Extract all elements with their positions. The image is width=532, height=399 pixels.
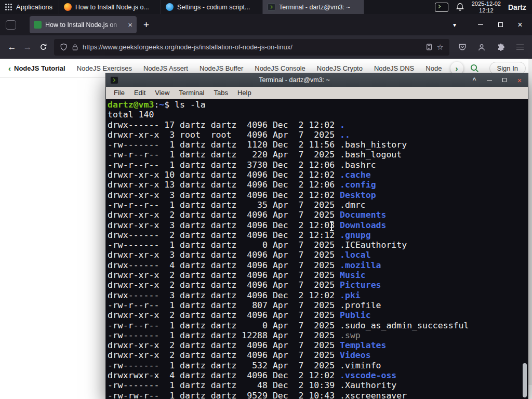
terminal-line: -rw-r--r-- 1 dartz dartz 3730 Dec 2 12:0… <box>108 160 528 170</box>
tab-bar: How to Install Node.js on × + ▾ × <box>0 14 532 35</box>
terminal-line: drwxr-xr-x 2 dartz dartz 4096 Apr 7 2025… <box>108 280 528 290</box>
site-nav-link[interactable]: NodeJS DNS <box>374 64 414 72</box>
applications-label: Applications <box>16 3 52 11</box>
url-text[interactable]: https://www.geeksforgeeks.org/node-js/in… <box>83 43 421 51</box>
maximize-button[interactable] <box>494 19 507 31</box>
terminal-window-controls: ^ × <box>470 75 524 85</box>
site-nav-link[interactable]: NodeJS Exercises <box>77 64 132 72</box>
taskbar-button[interactable]: Settings - codium script... <box>161 0 262 14</box>
codium-icon <box>166 3 174 11</box>
terminal-menubar: FileEditViewTerminalTabsHelp <box>106 87 528 99</box>
taskbar-button[interactable]: Terminal - dartz@vm3: ~ <box>262 0 364 14</box>
menu-file[interactable]: File <box>109 87 129 98</box>
terminal-line: drwxr-xr-x 2 dartz dartz 4096 Apr 7 2025… <box>108 270 528 280</box>
terminal-line: total 140 <box>108 110 528 119</box>
terminal-scrollbar-thumb[interactable] <box>523 363 527 397</box>
pocket-icon[interactable] <box>455 39 470 55</box>
new-tab-button[interactable]: + <box>143 19 149 31</box>
terminal-minimize-button[interactable] <box>485 75 494 85</box>
terminal-close-button[interactable]: × <box>515 75 524 85</box>
menu-icon[interactable] <box>512 39 528 55</box>
reader-mode-icon[interactable] <box>425 43 433 51</box>
notification-bell-icon[interactable] <box>456 3 464 11</box>
terminal-line: drwx------ 4 dartz dartz 4096 Apr 7 2025… <box>108 260 528 270</box>
terminal-line: drwxrwxr-x 4 dartz dartz 4096 Dec 2 12:0… <box>108 370 528 380</box>
browser-scrollbar[interactable] <box>528 59 532 385</box>
menu-edit[interactable]: Edit <box>129 87 150 98</box>
site-nav-link[interactable]: NodeJS Assert <box>143 64 188 72</box>
panel-clock[interactable]: 2025-12-02 12:12 <box>472 1 501 14</box>
system-tray: 2025-12-02 12:12 Dartz <box>435 0 532 14</box>
terminal-line: drwxr-xr-x 2 dartz dartz 4096 Apr 7 2025… <box>108 310 528 320</box>
back-button[interactable]: ← <box>4 39 20 55</box>
site-nav-link[interactable]: ‹NodeJS Tutorial <box>8 64 65 73</box>
browser-tab[interactable]: How to Install Node.js on × <box>30 16 137 33</box>
terminal-line: -rw-r--r-- 1 dartz dartz 0 Apr 7 2025 .s… <box>108 321 528 330</box>
reload-button[interactable] <box>35 39 51 55</box>
reload-icon <box>39 43 47 51</box>
shade-button[interactable]: ^ <box>470 75 478 85</box>
taskbar-button-label: Terminal - dartz@vm3: ~ <box>279 4 350 11</box>
address-bar[interactable]: https://www.geeksforgeeks.org/node-js/in… <box>54 39 449 56</box>
tab-close-icon[interactable]: × <box>128 21 132 29</box>
taskbar: How to Install Node.js o...Settings - co… <box>59 0 364 14</box>
browser-toolbar: ← → https://www.geeksforgeeks.org/node-j… <box>0 35 532 59</box>
chevron-left-icon: ‹ <box>8 64 11 73</box>
terminal-line: drwx------ 17 dartz dartz 4096 Dec 2 12:… <box>108 120 528 130</box>
site-nav-link[interactable]: NodeJS Crypto <box>317 64 363 72</box>
terminal-maximize-button[interactable] <box>500 75 509 85</box>
clock-date: 2025-12-02 <box>472 1 501 7</box>
terminal-title: Terminal - dartz@vm3: ~ <box>118 76 470 84</box>
menu-tabs[interactable]: Tabs <box>209 87 232 98</box>
lock-icon[interactable] <box>72 44 78 51</box>
toolbar-icons <box>455 39 528 55</box>
terminal-line: -rw------- 1 dartz dartz 48 Dec 2 10:39 … <box>108 380 528 390</box>
taskbar-button[interactable]: How to Install Node.js o... <box>59 0 161 14</box>
close-button[interactable]: × <box>513 19 527 31</box>
terminal-line: -rw-r--r-- 1 dartz dartz 35 Apr 7 2025 .… <box>108 200 528 210</box>
site-favicon <box>34 21 42 29</box>
list-tabs-icon[interactable]: ▾ <box>453 21 456 29</box>
terminal-line: drwxr-xr-x 3 dartz dartz 4096 Dec 2 12:0… <box>108 220 528 230</box>
terminal-tray-icon[interactable] <box>435 3 448 12</box>
menu-help[interactable]: Help <box>233 87 256 98</box>
applications-icon <box>5 3 12 11</box>
firefox-icon <box>64 3 72 11</box>
taskbar-button-label: Settings - codium script... <box>177 4 250 11</box>
panel-user-label: Dartz <box>508 3 527 11</box>
forward-button[interactable]: → <box>20 39 35 55</box>
text-cursor <box>331 222 332 230</box>
terminal-line: drwxr-xr-x 2 dartz dartz 4096 Apr 7 2025… <box>108 340 528 350</box>
top-panel: Applications How to Install Node.js o...… <box>0 0 532 14</box>
terminal-screen[interactable]: dartz@vm3:~$ ls -latotal 140drwx------ 1… <box>106 99 528 399</box>
browser-window-controls: × <box>474 19 527 31</box>
terminal-window: Terminal - dartz@vm3: ~ ^ × FileEditView… <box>105 73 528 399</box>
minimize-button[interactable] <box>474 19 487 31</box>
terminal-icon <box>268 3 275 11</box>
firefox-view-icon[interactable] <box>6 20 16 30</box>
site-nav-link-label: NodeJS Tutorial <box>14 64 65 72</box>
account-icon[interactable] <box>474 39 489 55</box>
terminal-line: drwxr-xr-x 13 dartz dartz 4096 Dec 2 12:… <box>108 180 528 190</box>
applications-menu[interactable]: Applications <box>0 0 59 14</box>
terminal-line: -rw------- 1 dartz dartz 12288 Apr 7 202… <box>108 330 528 340</box>
bookmark-star-icon[interactable]: ☆ <box>437 43 444 51</box>
terminal-line: drwxr-xr-x 3 root root 4096 Apr 7 2025 .… <box>108 130 528 140</box>
menu-view[interactable]: View <box>150 87 174 98</box>
terminal-titlebar[interactable]: Terminal - dartz@vm3: ~ ^ × <box>106 73 528 87</box>
site-nav-links: ‹NodeJS TutorialNodeJS ExercisesNodeJS A… <box>8 64 449 73</box>
terminal-line: drwxr-xr-x 2 dartz dartz 4096 Apr 7 2025… <box>108 350 528 360</box>
tracking-shield-icon[interactable] <box>60 43 68 51</box>
terminal-line: -rw-r--r-- 1 dartz dartz 220 Apr 7 2025 … <box>108 150 528 159</box>
search-icon <box>470 63 480 73</box>
menu-terminal[interactable]: Terminal <box>174 87 209 98</box>
terminal-output: dartz@vm3:~$ ls -latotal 140drwx------ 1… <box>106 99 528 399</box>
site-nav-link[interactable]: NodeJS Console <box>255 64 305 72</box>
extensions-icon[interactable] <box>493 39 509 55</box>
clock-time: 12:12 <box>479 7 494 14</box>
terminal-line: drwx------ 2 dartz dartz 4096 Dec 2 12:1… <box>108 230 528 240</box>
site-nav-link[interactable]: NodeJS Buffer <box>200 64 243 72</box>
terminal-line: -rw-rw-r-- 1 dartz dartz 9529 Dec 2 10:4… <box>108 391 528 399</box>
terminal-app-icon <box>110 76 118 84</box>
site-nav-link[interactable]: Node <box>425 64 442 72</box>
